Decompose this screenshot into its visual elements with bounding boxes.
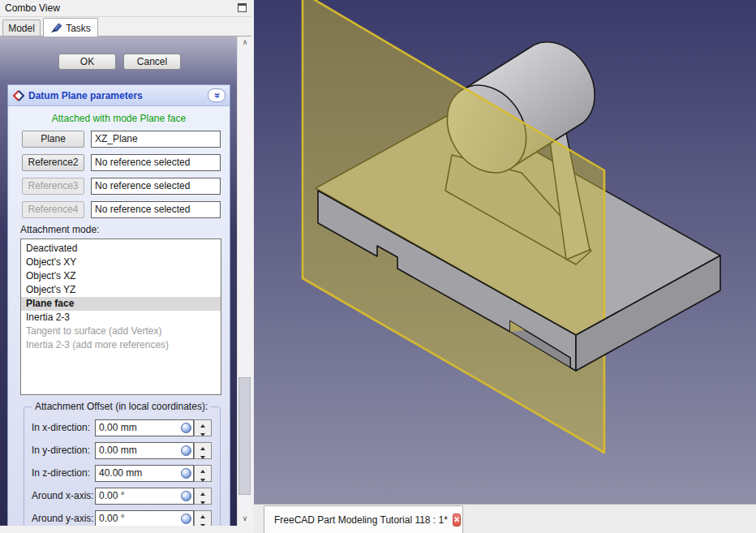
cancel-button[interactable]: Cancel <box>123 54 181 70</box>
reference4-button: Reference4 <box>22 201 84 218</box>
attachment-offset-legend: Attachment Offset (in local coordinates)… <box>32 401 211 412</box>
expression-icon[interactable] <box>181 468 191 479</box>
list-item[interactable]: Inertia 2-3 <box>21 311 221 325</box>
list-item[interactable]: Object's XY <box>21 256 221 269</box>
spin-up-icon[interactable] <box>195 420 211 428</box>
combo-view-panel: Combo View Model Tasks OK Cancel <box>0 0 254 533</box>
attachment-offset-group: Attachment Offset (in local coordinates)… <box>24 406 221 527</box>
around-x-value: 0.00 ° <box>99 490 125 501</box>
close-icon[interactable]: ✕ <box>453 514 461 527</box>
expression-icon[interactable] <box>181 491 191 501</box>
tab-tasks[interactable]: Tasks <box>43 18 98 37</box>
y-direction-label: In y-direction: <box>32 445 90 456</box>
reference4-field[interactable]: No reference selected <box>91 201 221 218</box>
attachment-status-text: Attached with mode Plane face <box>8 113 230 124</box>
reference-row: Plane XZ_Plane <box>8 131 230 148</box>
attachment-mode-label: Attachment mode: <box>20 224 99 235</box>
datum-box-title: Datum Plane parameters <box>28 90 143 101</box>
around-y-label: Around y-axis: <box>32 513 94 524</box>
list-item-disabled: Inertia 2-3 (add more references) <box>21 338 221 352</box>
spin-up-icon[interactable] <box>195 443 211 450</box>
list-item[interactable]: Object's XZ <box>21 269 221 283</box>
reference3-field[interactable]: No reference selected <box>91 178 221 195</box>
spin-down-icon[interactable] <box>195 451 211 458</box>
x-direction-input[interactable]: 0.00 mm <box>95 419 194 436</box>
panel-tabbar: Model Tasks <box>0 17 251 37</box>
z-direction-label: In z-direction: <box>32 467 90 479</box>
around-y-value: 0.00 ° <box>99 513 125 524</box>
document-tab-title: FreeCAD Part Modeling Tutorial 118 : 1* <box>274 514 448 526</box>
around-x-label: Around x-axis: <box>32 490 94 501</box>
attachment-mode-list[interactable]: Deactivated Object's XY Object's XZ Obje… <box>20 239 221 395</box>
document-tab[interactable]: F FreeCAD Part Modeling Tutorial 118 : 1… <box>264 505 463 533</box>
freecad-window: Combo View Model Tasks OK Cancel <box>0 0 756 533</box>
reference-row: Reference2 No reference selected <box>8 154 230 171</box>
spin-up-icon[interactable] <box>195 511 211 518</box>
list-item[interactable]: Deactivated <box>21 242 221 256</box>
reference-row: Reference4 No reference selected <box>8 201 230 218</box>
offset-row: In x-direction: 0.00 mm <box>24 419 220 436</box>
panel-bottom-strip <box>0 526 254 533</box>
y-direction-stepper[interactable] <box>194 442 212 459</box>
x-direction-label: In x-direction: <box>32 422 90 433</box>
offset-row: In z-direction: 40.00 mm <box>24 465 220 482</box>
plane-reference-button[interactable]: Plane <box>22 131 84 148</box>
spin-down-icon[interactable] <box>195 496 211 504</box>
z-direction-stepper[interactable] <box>194 465 212 482</box>
z-direction-input[interactable]: 40.00 mm <box>95 465 194 482</box>
tab-model-label: Model <box>8 23 35 34</box>
reference3-button: Reference3 <box>22 178 84 195</box>
scroll-down-icon[interactable]: ∨ <box>238 513 252 526</box>
panel-title: Combo View <box>5 2 60 14</box>
around-y-input[interactable]: 0.00 ° <box>95 510 194 527</box>
reference-row: Reference3 No reference selected <box>8 178 230 195</box>
3d-viewport[interactable] <box>254 0 756 504</box>
list-item[interactable]: Object's YZ <box>21 283 221 297</box>
around-x-stepper[interactable] <box>194 488 212 505</box>
offset-row: Around x-axis: 0.00 ° <box>24 488 220 505</box>
datum-box-header[interactable]: Datum Plane parameters » <box>8 85 230 106</box>
datum-plane-parameters-box: Datum Plane parameters » Attached with m… <box>7 84 230 527</box>
y-direction-value: 0.00 mm <box>99 445 137 456</box>
ok-button[interactable]: OK <box>58 54 116 70</box>
scroll-up-icon[interactable]: ∧ <box>238 37 252 49</box>
reference2-button[interactable]: Reference2 <box>22 154 84 171</box>
task-scrollbar[interactable]: ∧ ∨ <box>237 37 251 526</box>
z-direction-value: 40.00 mm <box>99 467 142 479</box>
list-item-selected[interactable]: Plane face <box>21 297 221 311</box>
panel-titlebar[interactable]: Combo View <box>0 0 251 17</box>
expression-icon[interactable] <box>181 514 191 524</box>
spin-down-icon[interactable] <box>195 474 211 481</box>
around-y-stepper[interactable] <box>194 510 212 527</box>
x-direction-stepper[interactable] <box>194 419 212 436</box>
spin-down-icon[interactable] <box>195 428 211 436</box>
pen-icon <box>50 23 62 33</box>
float-window-icon[interactable] <box>238 3 247 12</box>
spin-up-icon[interactable] <box>195 466 211 473</box>
plane-reference-field[interactable]: XZ_Plane <box>91 131 221 148</box>
scrollbar-thumb[interactable] <box>238 377 251 495</box>
task-panel: OK Cancel Datum Plane parameters » Attac… <box>0 37 251 526</box>
reference2-field[interactable]: No reference selected <box>91 154 221 171</box>
datum-plane-icon <box>13 90 24 101</box>
spin-up-icon[interactable] <box>195 488 211 496</box>
around-x-input[interactable]: 0.00 ° <box>95 488 194 505</box>
x-direction-value: 0.00 mm <box>99 422 137 433</box>
document-tabstrip: F FreeCAD Part Modeling Tutorial 118 : 1… <box>254 504 756 533</box>
expression-icon[interactable] <box>181 423 191 433</box>
offset-row: In y-direction: 0.00 mm <box>24 442 220 459</box>
expression-icon[interactable] <box>181 445 191 456</box>
list-item-disabled: Tangent to surface (add Vertex) <box>21 325 221 338</box>
collapse-icon[interactable]: » <box>208 88 226 102</box>
y-direction-input[interactable]: 0.00 mm <box>95 442 194 459</box>
offset-row: Around y-axis: 0.00 ° <box>24 510 220 527</box>
tab-tasks-label: Tasks <box>66 23 91 34</box>
tab-model[interactable]: Model <box>2 19 41 37</box>
